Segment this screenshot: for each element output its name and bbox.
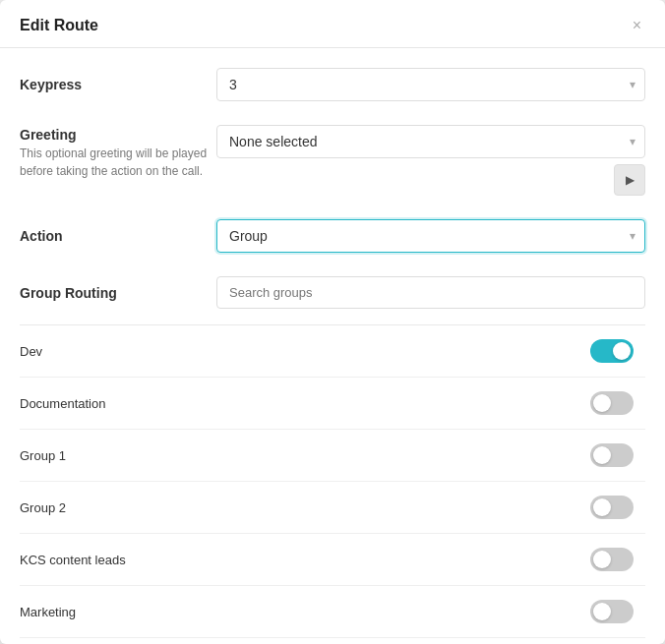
list-item: KCS content leads xyxy=(20,534,645,586)
group-toggle[interactable] xyxy=(590,600,634,623)
modal-title: Edit Route xyxy=(20,17,98,34)
toggle-thumb xyxy=(593,394,611,412)
group-name: Group 1 xyxy=(20,448,66,463)
list-item: Group 2 xyxy=(20,482,645,534)
toggle-track xyxy=(590,339,634,363)
group-name: Documentation xyxy=(20,396,105,411)
list-item: Dev xyxy=(20,325,645,378)
modal-header: Edit Route × xyxy=(0,0,665,48)
group-name: Group 2 xyxy=(20,500,66,515)
list-item: Documentation xyxy=(20,378,645,430)
toggle-track xyxy=(590,391,634,415)
toggle-track xyxy=(590,548,634,571)
keypress-control: 3 ▾ xyxy=(216,68,645,101)
greeting-label-col: Greeting This optional greeting will be … xyxy=(20,125,216,180)
keypress-select[interactable]: 3 xyxy=(216,68,645,101)
action-row: Action Group Extension Voicemail Hang Up… xyxy=(20,219,645,253)
search-wrapper xyxy=(216,276,645,309)
toggle-thumb xyxy=(593,446,611,464)
group-name: Dev xyxy=(20,344,42,359)
action-select[interactable]: Group Extension Voicemail Hang Up Extern… xyxy=(216,219,645,253)
greeting-row: Greeting This optional greeting will be … xyxy=(20,125,645,196)
action-label: Action xyxy=(20,228,216,244)
keypress-select-wrapper: 3 ▾ xyxy=(216,68,645,101)
search-groups-input[interactable] xyxy=(216,276,645,309)
greeting-control: None selected ▾ ▶ xyxy=(216,125,645,196)
list-item: Marketing xyxy=(20,586,645,638)
toggle-thumb xyxy=(593,603,611,620)
action-control: Group Extension Voicemail Hang Up Extern… xyxy=(216,219,645,253)
toggle-track xyxy=(590,600,634,623)
group-toggle[interactable] xyxy=(590,339,634,363)
toggle-thumb xyxy=(593,498,611,516)
play-greeting-button[interactable]: ▶ xyxy=(614,164,645,196)
group-name: KCS content leads xyxy=(20,553,126,567)
action-select-wrapper: Group Extension Voicemail Hang Up Extern… xyxy=(216,219,645,253)
toggle-track xyxy=(590,496,634,519)
toggle-thumb xyxy=(593,551,611,568)
greeting-select[interactable]: None selected xyxy=(216,125,645,158)
keypress-label: Keypress xyxy=(20,77,216,92)
group-routing-section: Group Routing DevDocumentationGroup 1Gro… xyxy=(20,276,645,638)
keypress-label-col: Keypress xyxy=(20,75,216,94)
group-toggle[interactable] xyxy=(590,443,634,467)
group-toggle[interactable] xyxy=(590,391,634,415)
list-item: Group 1 xyxy=(20,430,645,482)
keypress-row: Keypress 3 ▾ xyxy=(20,68,645,101)
group-toggle[interactable] xyxy=(590,548,634,571)
toggle-track xyxy=(590,443,634,467)
play-icon: ▶ xyxy=(626,173,635,187)
greeting-select-wrapper: None selected ▾ xyxy=(216,125,645,158)
group-name: Marketing xyxy=(20,605,76,619)
group-routing-label: Group Routing xyxy=(20,285,216,301)
greeting-right: None selected ▾ ▶ xyxy=(216,125,645,196)
greeting-sublabel: This optional greeting will be played be… xyxy=(20,145,216,180)
modal-body: Keypress 3 ▾ Greeting This optional gree… xyxy=(0,48,665,638)
action-label-col: Action xyxy=(20,226,216,246)
greeting-label: Greeting xyxy=(20,127,216,143)
edit-route-modal: Edit Route × Keypress 3 ▾ Greeting This … xyxy=(0,0,665,644)
group-toggle[interactable] xyxy=(590,496,634,519)
groups-list: DevDocumentationGroup 1Group 2KCS conten… xyxy=(20,324,645,638)
close-button[interactable]: × xyxy=(629,16,645,35)
toggle-thumb xyxy=(613,342,631,360)
group-routing-header: Group Routing xyxy=(20,276,645,317)
